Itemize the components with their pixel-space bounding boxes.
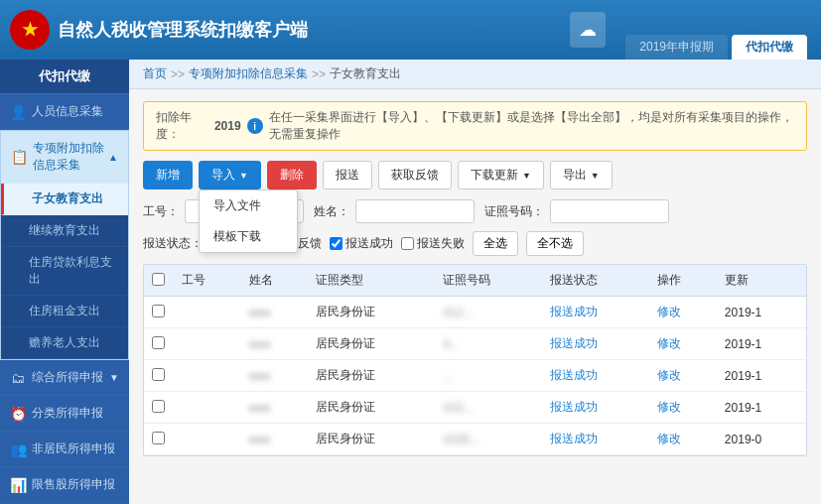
import-caret-icon: ▼ (239, 171, 248, 181)
sidebar-sub-cont-edu[interactable]: 继续教育支出 (1, 215, 128, 247)
row-id-type-4: 居民身份证 (308, 424, 435, 455)
sidebar-sub-child-edu[interactable]: 子女教育支出 (1, 184, 128, 215)
submit-button[interactable]: 报送 (323, 161, 372, 189)
import-file-item[interactable]: 导入文件 (200, 190, 297, 221)
search-name-field: 姓名： (314, 199, 475, 223)
row-checkbox-2[interactable] (152, 368, 165, 381)
table-body: ●●● 居民身份证 412... 报送成功 修改 2019-1 ●●● 居民身份… (144, 297, 806, 455)
row-checkbox-1[interactable] (152, 336, 165, 349)
row-update-3: 2019-1 (717, 392, 806, 424)
personnel-icon: 👤 (10, 104, 26, 120)
sidebar-sub-housing-loan[interactable]: 住房贷款利息支出 (1, 247, 128, 296)
filter-failed-text: 报送失败 (417, 235, 465, 252)
classified-icon: ⏰ (10, 406, 26, 422)
comprehensive-icon: 🗂 (10, 370, 26, 386)
header-tabs: 2019年申报期 代扣代缴 (625, 0, 811, 60)
select-all-button[interactable]: 全选 (473, 231, 518, 256)
row-update-0: 2019-1 (717, 297, 806, 328)
export-button[interactable]: 导出 ▼ (550, 161, 613, 189)
export-label: 导出 (563, 167, 587, 184)
row-action-3[interactable]: 修改 (649, 392, 717, 424)
breadcrumb-special[interactable]: 专项附加扣除信息采集 (189, 65, 308, 82)
deselect-all-button[interactable]: 全不选 (526, 231, 584, 256)
row-id-type-2: 居民身份证 (308, 360, 435, 392)
sidebar-item-special[interactable]: 📋 专项附加扣除信息采集 ▲ (1, 131, 128, 184)
import-button[interactable]: 导入 ▼ (199, 161, 261, 189)
sidebar-sub-housing-rent[interactable]: 住房租金支出 (1, 296, 128, 327)
download-caret-icon: ▼ (522, 171, 531, 181)
sidebar-brand: 代扣代缴 (0, 60, 129, 94)
export-dropdown-wrapper: 导出 ▼ (550, 161, 613, 189)
import-label: 导入 (211, 167, 235, 184)
select-all-checkbox[interactable] (152, 273, 165, 286)
sidebar-item-nonresident[interactable]: 👥 非居民所得申报 (0, 432, 129, 467)
info-icon: i (247, 118, 263, 134)
table-row: ●●● 居民身份证 412... 报送成功 修改 2019-1 (144, 297, 806, 328)
sidebar-item-comprehensive[interactable]: 🗂 综合所得申报 ▼ (0, 360, 129, 396)
restricted-icon: 📊 (10, 477, 26, 493)
row-action-2[interactable]: 修改 (649, 360, 717, 392)
work-id-label: 工号： (143, 203, 179, 220)
row-id-number-2: ... (435, 360, 542, 392)
filter-success-label[interactable]: 报送成功 (330, 235, 393, 252)
table-row: ●●● 居民身份证 ... 报送成功 修改 2019-1 (144, 360, 806, 392)
row-action-4[interactable]: 修改 (649, 424, 717, 455)
row-action-0[interactable]: 修改 (649, 297, 717, 328)
row-checkbox-4[interactable] (152, 432, 165, 444)
filter-failed-label[interactable]: 报送失败 (401, 235, 465, 252)
row-checkbox-cell (144, 392, 174, 424)
sidebar-item-personnel[interactable]: 👤 人员信息采集 (0, 94, 129, 130)
table-row: ●●● 居民身份证 410... 报送成功 修改 2019-1 (144, 392, 806, 424)
name-input[interactable] (355, 199, 475, 223)
row-name-2: ●●● (241, 360, 309, 392)
sidebar-sub-housing-loan-label: 住房贷款利息支出 (29, 255, 112, 286)
row-checkbox-0[interactable] (152, 305, 165, 317)
search-id-number-field: 证照号码： (484, 199, 669, 223)
breadcrumb-sep-1: >> (171, 67, 185, 81)
filter-success-text: 报送成功 (345, 235, 393, 252)
add-button[interactable]: 新增 (143, 161, 193, 189)
sidebar-item-restricted-label: 限售股所得申报 (32, 476, 115, 493)
row-checkbox-cell (144, 328, 174, 360)
row-action-1[interactable]: 修改 (649, 328, 717, 360)
sidebar-item-restricted[interactable]: 📊 限售股所得申报 (0, 467, 129, 503)
info-bar-text: 在任一采集界面进行【导入】、【下载更新】或是选择【导出全部】，均是对所有采集项目… (269, 109, 794, 143)
row-checkbox-cell (144, 297, 174, 328)
special-icon: 📋 (11, 149, 27, 165)
filter-success-checkbox[interactable] (330, 237, 342, 250)
row-status-0: 报送成功 (542, 297, 649, 328)
template-download-item[interactable]: 模板下载 (200, 221, 297, 252)
row-checkbox-3[interactable] (152, 400, 165, 413)
col-name: 姓名 (241, 265, 309, 297)
id-number-input[interactable] (550, 199, 669, 223)
row-name-0: ●●● (241, 297, 309, 328)
col-id-type: 证照类型 (308, 265, 435, 297)
row-status-1: 报送成功 (542, 328, 649, 360)
breadcrumb-home[interactable]: 首页 (143, 65, 167, 82)
row-update-1: 2019-1 (717, 328, 806, 360)
sidebar-sub-housing-rent-label: 住房租金支出 (29, 304, 100, 317)
col-id-number: 证照号码 (435, 265, 542, 297)
row-name-1: ●●● (241, 328, 309, 360)
tab-year[interactable]: 2019年申报期 (625, 35, 728, 60)
sidebar-item-comprehensive-label: 综合所得申报 (32, 369, 103, 386)
tab-withholding[interactable]: 代扣代缴 (732, 35, 807, 60)
logo: ★ (10, 10, 50, 50)
chevron-up-icon: ▲ (108, 152, 118, 163)
info-bar-year: 2019 (214, 119, 241, 133)
delete-button[interactable]: 删除 (267, 161, 317, 189)
get-feedback-button[interactable]: 获取反馈 (378, 161, 452, 189)
filter-failed-checkbox[interactable] (401, 237, 414, 250)
download-update-button[interactable]: 下载更新 ▼ (458, 161, 544, 189)
sidebar-sub-menu: 子女教育支出 继续教育支出 住房贷款利息支出 住房租金支出 赡养老人支出 (1, 184, 128, 359)
sidebar-item-personnel-label: 人员信息采集 (32, 103, 103, 120)
col-action: 操作 (649, 265, 717, 297)
sidebar-item-classified[interactable]: ⏰ 分类所得申报 (0, 396, 129, 432)
sidebar: 代扣代缴 👤 人员信息采集 📋 专项附加扣除信息采集 ▲ 子女教育支出 继续教育… (0, 60, 129, 504)
cloud-icon[interactable]: ☁ (570, 12, 606, 48)
row-update-2: 2019-1 (717, 360, 806, 392)
row-status-3: 报送成功 (542, 392, 649, 424)
row-id-number-0: 412... (435, 297, 542, 328)
sidebar-sub-elderly[interactable]: 赡养老人支出 (1, 327, 128, 359)
info-bar: 扣除年度： 2019 i 在任一采集界面进行【导入】、【下载更新】或是选择【导出… (143, 101, 807, 151)
